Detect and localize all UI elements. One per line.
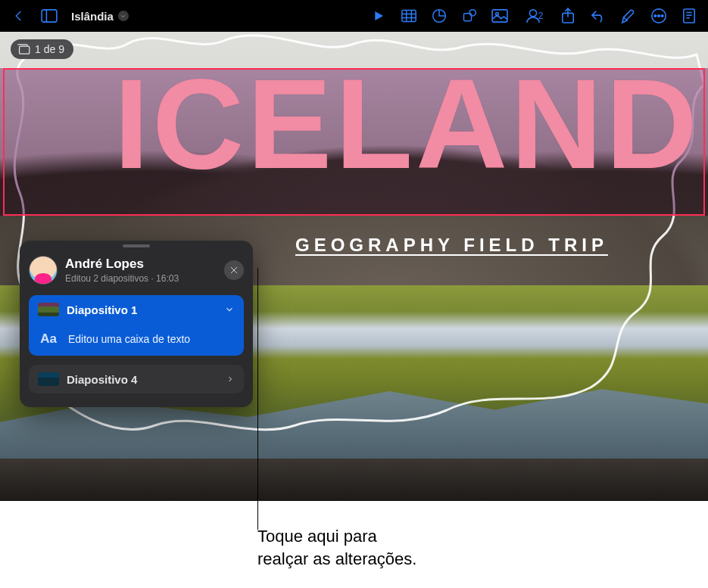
- svg-point-18: [658, 15, 660, 17]
- insert-media-button[interactable]: [487, 4, 513, 28]
- slide-counter-text: 1 de 9: [35, 43, 64, 55]
- user-avatar: [29, 256, 58, 285]
- text-edit-icon: Aa: [38, 331, 59, 347]
- slide-thumbnail: [38, 303, 59, 316]
- slide-title[interactable]: ICELAND: [0, 61, 708, 188]
- format-brush-button[interactable]: [616, 4, 641, 28]
- document-tools-button[interactable]: [676, 4, 702, 28]
- svg-rect-3: [402, 11, 416, 22]
- svg-point-13: [529, 10, 536, 17]
- app-toolbar: Islândia 2: [0, 0, 708, 32]
- insert-chart-button[interactable]: [426, 4, 452, 28]
- annotation-leader-line: [257, 268, 258, 530]
- collaborate-button[interactable]: 2: [517, 4, 550, 28]
- annotation-text: Toque aqui para realçar as alterações.: [257, 525, 416, 570]
- document-title[interactable]: Islândia: [67, 10, 133, 23]
- close-button[interactable]: [224, 260, 244, 280]
- more-button[interactable]: [646, 4, 672, 28]
- activity-group-slide-1: Diapositivo 1 Aa Editou uma caixa de tex…: [29, 295, 244, 356]
- sidebar-toggle-button[interactable]: [36, 4, 62, 28]
- slide-thumbnail: [38, 372, 59, 386]
- close-icon: [229, 266, 239, 275]
- activity-meta: Editou 2 diapositivos · 16:03: [65, 273, 217, 284]
- share-button[interactable]: [555, 4, 581, 28]
- svg-rect-0: [42, 10, 57, 22]
- svg-rect-11: [492, 10, 507, 22]
- slide-canvas[interactable]: ICELAND GEOGRAPHY FIELD TRIP 1 de 9 Andr…: [0, 32, 708, 501]
- slides-icon: [17, 44, 30, 54]
- chevron-right-icon: [226, 375, 235, 384]
- svg-marker-2: [375, 11, 383, 20]
- svg-point-10: [469, 10, 476, 16]
- insert-shape-button[interactable]: [457, 4, 482, 28]
- activity-change-row[interactable]: Aa Editou uma caixa de texto: [29, 324, 244, 356]
- undo-button[interactable]: [585, 4, 611, 28]
- play-button[interactable]: [366, 4, 391, 28]
- user-name: André Lopes: [65, 257, 217, 272]
- activity-group-label: Diapositivo 4: [67, 373, 218, 386]
- activity-group-slide-4: Diapositivo 4: [29, 365, 244, 394]
- drag-handle[interactable]: [123, 244, 150, 247]
- collaborator-count: 2: [538, 11, 544, 21]
- slide-subtitle[interactable]: GEOGRAPHY FIELD TRIP: [295, 235, 608, 256]
- svg-rect-24: [20, 46, 30, 54]
- svg-rect-20: [684, 9, 694, 23]
- activity-group-label: Diapositivo 1: [67, 303, 217, 316]
- svg-point-19: [661, 15, 663, 17]
- activity-group-header[interactable]: Diapositivo 1: [29, 295, 244, 324]
- chevron-down-icon: [118, 11, 129, 21]
- svg-point-17: [654, 15, 657, 17]
- document-title-text: Islândia: [71, 10, 114, 23]
- slide-counter[interactable]: 1 de 9: [11, 39, 73, 59]
- change-description: Editou uma caixa de texto: [68, 333, 190, 345]
- activity-group-header[interactable]: Diapositivo 4: [29, 365, 244, 394]
- back-button[interactable]: [6, 4, 32, 28]
- activity-popover: André Lopes Editou 2 diapositivos · 16:0…: [20, 241, 253, 407]
- chevron-down-icon: [224, 304, 235, 315]
- insert-table-button[interactable]: [396, 4, 422, 28]
